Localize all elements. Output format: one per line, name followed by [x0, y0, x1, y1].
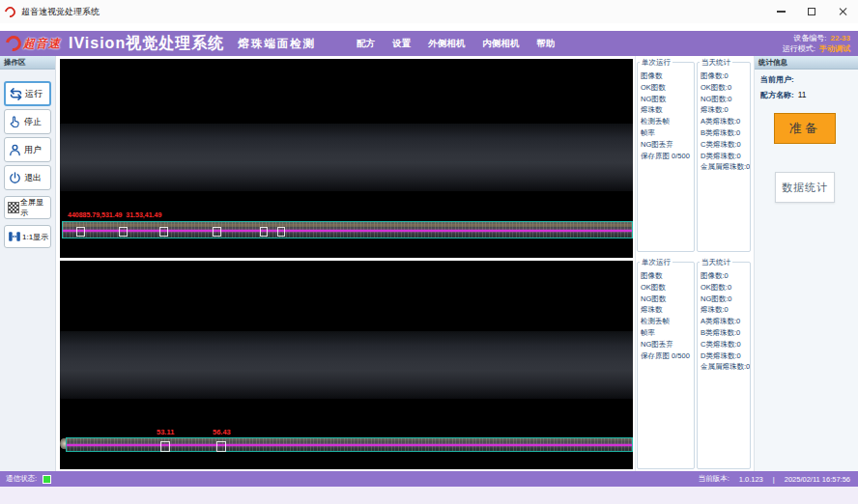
menu-item[interactable]: 内侧相机: [482, 38, 519, 50]
stat-row: OK图数: [641, 82, 694, 94]
fullscreen-button-label: 全屏显示: [20, 197, 50, 218]
comm-status-indicator: [43, 475, 51, 484]
one-to-one-button[interactable]: 1:1显示: [4, 225, 51, 248]
stat-row: 图像数: [641, 270, 694, 282]
maximize-button[interactable]: [796, 1, 827, 22]
detection-marker: [160, 441, 170, 452]
inner-measurement-right: 56.43: [213, 428, 231, 436]
inner-measurement-left: 53.11: [157, 428, 174, 436]
stat-row: NG图数: [641, 94, 694, 105]
fullscreen-button[interactable]: 全屏显示: [4, 196, 51, 219]
maximize-icon: [808, 8, 815, 15]
inner-detection-bounding-box: [66, 437, 633, 452]
inner-camera-stats: 单次运行 图像数OK图数NG图数熔珠数检测丢帧帧率NG图丢弃保存原图 0/500…: [635, 256, 752, 473]
stop-button[interactable]: 停止: [4, 109, 51, 134]
data-statistics-button[interactable]: 数据统计: [775, 172, 835, 203]
exit-button[interactable]: 退出: [4, 165, 51, 190]
version-label: 当前版本:: [699, 474, 729, 484]
stat-row: 熔珠数: [641, 104, 694, 116]
stat-row: 熔珠数:0: [701, 104, 750, 116]
stat-row: 检测丢帧: [641, 316, 694, 327]
app-header: 超音速 IVision视觉处理系统 熔珠端面检测 配方设置外侧相机内侧相机帮助 …: [0, 31, 858, 56]
detection-marker: [213, 227, 221, 237]
app-title: IVision视觉处理系统: [69, 34, 224, 54]
outer-measurement-text: 440885.79,531.49 31.53,41.49: [68, 211, 161, 218]
stat-row: 保存原图 0/500: [641, 151, 694, 162]
menu-item[interactable]: 配方: [357, 38, 375, 50]
detection-marker: [76, 227, 85, 237]
run-button-label: 运行: [25, 88, 43, 100]
app-window: 超音速视觉处理系统 超音速 IVision视觉处理系统 熔珠端面检测 配方设置外…: [0, 0, 858, 504]
menu-item[interactable]: 帮助: [536, 38, 555, 50]
single-run-group: 单次运行 图像数OK图数NG图数熔珠数检测丢帧帧率NG图丢弃保存原图 0/500: [637, 62, 695, 252]
stat-row: 金属屑熔珠数:0: [701, 361, 750, 373]
stat-row: NG图数:0: [701, 294, 750, 305]
user-icon: [8, 143, 22, 157]
device-number-value: 22-33: [831, 33, 850, 43]
user-button[interactable]: 用户: [4, 137, 51, 162]
stat-row: NG图数: [641, 294, 694, 305]
stat-row: OK图数:0: [701, 82, 750, 94]
stat-row: OK图数: [641, 282, 694, 294]
stat-row: A类熔珠数:0: [701, 116, 750, 127]
outer-detection-bounding-box: [62, 221, 633, 238]
minimize-button[interactable]: [765, 1, 796, 22]
menu-item[interactable]: 外侧相机: [428, 38, 465, 50]
detection-marker: [277, 227, 285, 237]
outer-camera-stats: 单次运行 图像数OK图数NG图数熔珠数检测丢帧帧率NG图丢弃保存原图 0/500…: [635, 56, 752, 256]
stat-row: 图像数:0: [701, 70, 750, 82]
one-to-one-icon: [8, 230, 21, 243]
today-stats-group: 当天统计 图像数:0OK图数:0NG图数:0熔珠数:0A类熔珠数:0B类熔珠数:…: [697, 62, 751, 252]
run-icon: [9, 87, 23, 101]
detection-marker: [119, 227, 128, 237]
outer-centerline-overlay: [63, 230, 632, 232]
stat-row: 保存原图 0/500: [641, 350, 694, 362]
operation-area-header: 操作区: [0, 56, 55, 70]
single-run-group: 单次运行 图像数OK图数NG图数熔珠数检测丢帧帧率NG图丢弃保存原图 0/500: [637, 262, 695, 469]
outer-camera-view: 440885.79,531.49 31.53,41.49: [60, 59, 633, 258]
stat-row: 图像数: [641, 70, 694, 82]
stat-row: NG图数:0: [701, 94, 750, 105]
one-to-one-button-label: 1:1显示: [22, 232, 48, 242]
prepare-button[interactable]: 准备: [774, 113, 836, 144]
stat-row: 熔珠数: [641, 304, 694, 316]
stop-button-label: 停止: [24, 116, 42, 128]
app-subtitle: 熔珠端面检测: [238, 37, 316, 51]
detection-marker: [260, 227, 268, 237]
stat-row: 金属屑熔珠数:0: [701, 161, 750, 173]
status-datetime: 2025/02/11 16:57:56: [785, 475, 850, 484]
exit-button-label: 退出: [24, 172, 42, 184]
menu-item[interactable]: 设置: [392, 38, 411, 50]
run-mode-value: 手动调试: [819, 43, 850, 54]
current-user-label: 当前用户:: [760, 74, 794, 85]
stat-row: 熔珠数:0: [701, 304, 750, 316]
device-number-label: 设备编号:: [793, 33, 826, 43]
operation-sidebar: 操作区 运行 停止 用户: [0, 56, 56, 473]
brand-swoosh-icon: [3, 33, 24, 54]
window-controls: [765, 1, 858, 22]
menu-bar: 配方设置外侧相机内侧相机帮助: [357, 38, 555, 50]
stat-row: A类熔珠数:0: [701, 316, 750, 327]
recipe-name-label: 配方名称:: [760, 90, 794, 100]
close-button[interactable]: [827, 1, 858, 22]
today-stats-title: 当天统计: [700, 58, 732, 68]
minimize-icon: [777, 11, 786, 13]
detection-marker: [216, 441, 226, 452]
app-logo-icon: [3, 4, 17, 18]
stat-row: 图像数:0: [701, 270, 750, 282]
user-button-label: 用户: [24, 144, 42, 156]
inner-camera-part-band: 53.11 56.43: [60, 331, 633, 399]
power-icon: [8, 171, 22, 185]
close-icon: [838, 7, 847, 16]
inner-centerline-overlay: [67, 444, 632, 446]
run-button[interactable]: 运行: [4, 81, 51, 106]
stat-row: C类熔珠数:0: [701, 339, 750, 350]
stat-row: B类熔珠数:0: [701, 327, 750, 339]
comm-status-label: 通信状态:: [6, 474, 37, 484]
stat-row: NG图丢弃: [641, 139, 694, 151]
status-bar: 通信状态: 当前版本: 1.0.123 | 2025/02/11 16:57:5…: [0, 471, 858, 487]
stat-row: 帧率: [641, 327, 694, 339]
titlebar: 超音速视觉处理系统: [0, 0, 858, 23]
fullscreen-icon: [8, 202, 19, 213]
stat-row: D类熔珠数:0: [701, 151, 750, 162]
